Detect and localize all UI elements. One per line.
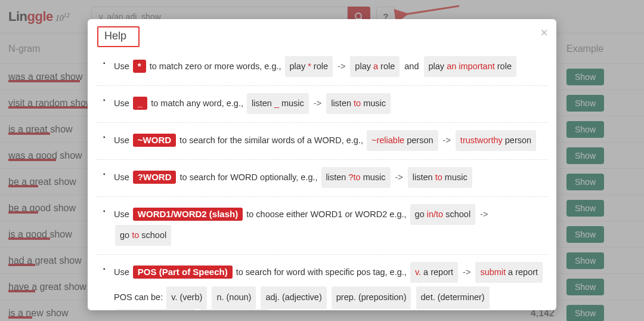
close-button[interactable]: × (540, 25, 548, 41)
example-chip: play a role (350, 56, 400, 77)
syntax-token: ~WORD (133, 134, 176, 147)
example-chip: play * role (285, 56, 333, 77)
syntax-token: WORD1/WORD2 (slash) (133, 208, 243, 221)
example-chip: listen to music (326, 93, 391, 114)
pos-tag-chip: prep. (preposition) (332, 286, 411, 309)
help-rule: Use _ to match any word, e.g., listen _ … (96, 86, 548, 123)
help-title: Help (97, 26, 140, 47)
example-chip: listen to music (408, 167, 472, 188)
help-modal: Help × Use * to match zero or more words… (88, 19, 556, 310)
arrow-icon: -> (314, 98, 321, 108)
example-chip: trustworthy person (456, 130, 536, 151)
syntax-token: * (133, 60, 146, 73)
pos-tag-chip: v. (verb) (166, 286, 207, 309)
example-chip: go in/to school (410, 204, 476, 225)
help-rule: Use POS (Part of Speech) to search for w… (96, 255, 548, 310)
arrow-icon: -> (480, 209, 488, 219)
example-chip: listen ?to music (321, 167, 391, 188)
arrow-icon: -> (338, 61, 345, 71)
and-text: and (404, 61, 419, 71)
pos-tag-chip: det. (determiner) (416, 286, 490, 309)
syntax-token: _ (133, 97, 147, 110)
syntax-token: ?WORD (133, 171, 177, 184)
example-chip: play an important role (424, 56, 516, 77)
pos-tag-chip: n. (noun) (212, 286, 256, 309)
help-rule: Use ?WORD to search for WORD optionally,… (96, 160, 548, 197)
pos-tag-chip: pron. (pronoun) (200, 309, 269, 310)
help-rule: Use * to match zero or more words, e.g.,… (96, 49, 548, 86)
arrow-icon: -> (395, 172, 403, 182)
pos-tag-chip: adj. (adjective) (261, 286, 326, 309)
example-chip: go to school (115, 225, 171, 246)
example-chip: submit a report (475, 262, 543, 283)
help-rule: Use WORD1/WORD2 (slash) to choose either… (96, 197, 548, 255)
pos-tag-chip: conj. (conjunction) (115, 309, 195, 310)
modal-header: Help × (88, 19, 556, 48)
syntax-token: POS (Part of Speech) (133, 266, 233, 279)
example-chip: v. a report (410, 262, 458, 283)
example-chip: ~reliable person (367, 130, 438, 151)
modal-body: Use * to match zero or more words, e.g.,… (88, 48, 556, 310)
pos-tags-line: POS can be: v. (verb) n. (noun) adj. (ad… (114, 286, 548, 310)
arrow-icon: -> (463, 267, 470, 277)
example-chip: listen _ music (247, 93, 309, 114)
help-rule: Use ~WORD to search for the similar word… (96, 123, 548, 160)
arrow-icon: -> (443, 135, 451, 145)
modal-overlay[interactable]: Help × Use * to match zero or more words… (0, 0, 644, 321)
